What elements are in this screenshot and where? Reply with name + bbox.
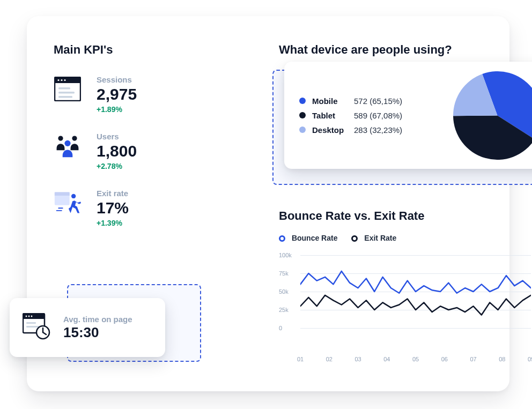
bve-legend: Bounce Rate Exit Rate: [279, 234, 532, 242]
svg-rect-21: [26, 322, 36, 324]
svg-point-19: [28, 316, 30, 317]
avg-time-label: Avg. time on page: [63, 315, 132, 324]
svg-point-18: [26, 316, 27, 317]
svg-point-4: [64, 79, 65, 81]
bounce-exit-section: Bounce Rate vs. Exit Rate Bounce Rate Ex…: [279, 209, 532, 362]
users-group-icon: [54, 132, 82, 160]
svg-rect-6: [58, 92, 75, 94]
kpi-delta: +1.89%: [97, 105, 137, 114]
y-tick: 0: [279, 325, 282, 331]
y-tick: 100k: [279, 252, 292, 258]
x-tick: 09: [528, 356, 532, 362]
avg-time-value: 15:30: [63, 325, 132, 340]
svg-rect-5: [58, 87, 70, 90]
kpi-label: Sessions: [97, 75, 137, 84]
svg-point-13: [71, 194, 76, 198]
svg-point-8: [58, 136, 63, 140]
x-tick: 03: [354, 356, 361, 362]
svg-point-3: [61, 79, 62, 81]
legend-dot-icon: [299, 127, 306, 133]
devices-section: What device are people using? Mobile 572…: [279, 43, 532, 57]
kpi-row-sessions: Sessions 2,975 +1.89%: [54, 75, 247, 114]
legend-row-mobile: Mobile 572 (65,15%): [299, 96, 442, 106]
legend-row-tablet: Tablet 589 (67,08%): [299, 111, 442, 120]
legend-dot-icon: [299, 98, 306, 104]
svg-rect-7: [58, 96, 72, 98]
kpi-label: Exit rate: [97, 189, 129, 198]
legend-item-bounce: Bounce Rate: [279, 234, 337, 242]
legend-dot-icon: [299, 112, 306, 118]
svg-point-20: [31, 316, 33, 317]
kpi-row-exit: Exit rate 17% +1.39%: [54, 189, 247, 227]
bve-line-chart: 025k50k75k100k010203040506070809: [279, 255, 531, 362]
devices-card: Mobile 572 (65,15%) Tablet 589 (67,08%) …: [284, 62, 532, 169]
x-tick: 04: [383, 356, 390, 362]
kpi-value: 2,975: [97, 85, 137, 103]
gridline: [300, 328, 531, 329]
y-tick: 25k: [279, 307, 289, 313]
x-tick: 01: [297, 356, 304, 362]
kpi-row-users: Users 1,800 +2.78%: [54, 132, 247, 170]
kpi-value: 1,800: [97, 142, 137, 160]
kpi-value: 17%: [97, 199, 129, 217]
x-tick: 02: [326, 356, 332, 362]
exit-running-icon: [54, 189, 82, 217]
bve-heading: Bounce Rate vs. Exit Rate: [279, 209, 532, 223]
x-tick: 06: [441, 356, 448, 362]
ring-icon: [351, 235, 358, 242]
devices-legend: Mobile 572 (65,15%) Tablet 589 (67,08%) …: [299, 91, 442, 140]
legend-row-desktop: Desktop 283 (32,23%): [299, 125, 442, 135]
svg-rect-22: [26, 326, 39, 328]
legend-value: 572 (65,15%): [354, 96, 402, 106]
legend-label: Bounce Rate: [292, 234, 338, 242]
svg-point-2: [57, 79, 59, 81]
x-tick: 05: [412, 356, 419, 362]
browser-clock-icon: [23, 313, 51, 342]
legend-label: Exit Rate: [364, 234, 396, 242]
devices-heading: What device are people using?: [279, 43, 532, 57]
svg-point-9: [72, 136, 77, 140]
devices-pie-chart: [453, 71, 532, 160]
legend-item-exit: Exit Rate: [351, 234, 396, 242]
avg-time-card: Avg. time on page 15:30: [10, 298, 165, 357]
kpi-heading: Main KPI's: [54, 43, 247, 57]
ring-icon: [279, 235, 285, 242]
legend-label: Mobile: [312, 96, 354, 106]
legend-value: 589 (67,08%): [354, 111, 402, 120]
x-tick: 08: [499, 356, 505, 362]
kpi-delta: +1.39%: [97, 219, 129, 227]
svg-point-10: [64, 140, 70, 146]
kpi-label: Users: [97, 132, 137, 141]
svg-rect-12: [55, 192, 70, 196]
y-tick: 50k: [279, 288, 289, 295]
legend-value: 283 (32,23%): [354, 125, 402, 135]
kpi-column: Main KPI's Sessions 2,975 +1.89%: [54, 43, 247, 227]
legend-label: Tablet: [312, 111, 354, 120]
kpi-delta: +2.78%: [97, 162, 137, 170]
y-tick: 75k: [279, 270, 289, 277]
x-tick: 07: [470, 356, 476, 362]
legend-label: Desktop: [312, 125, 354, 135]
browser-window-icon: [54, 75, 82, 103]
